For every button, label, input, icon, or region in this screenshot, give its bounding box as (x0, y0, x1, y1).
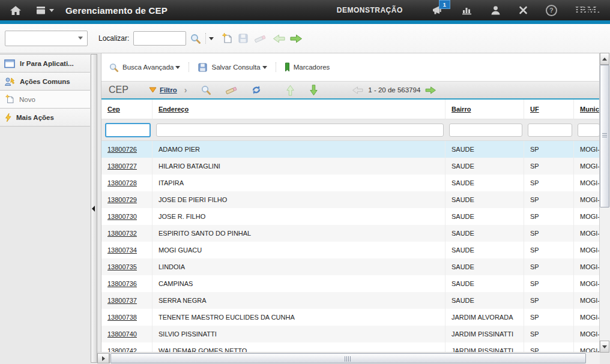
cep-link[interactable]: 13800734 (107, 246, 137, 254)
uf-cell: SP (524, 326, 574, 342)
table-row[interactable]: 13800728 ITAPIRA SAUDE SP MOGI-MI (101, 175, 600, 191)
cep-link[interactable]: 13800735 (107, 263, 137, 270)
quickfind-toolbar: Localizar: (0, 24, 610, 53)
scroll-right-button[interactable] (97, 353, 109, 363)
filter-input-municipio[interactable] (578, 124, 600, 137)
sidebar-item-acoes-comuns[interactable]: Ações Comuns (0, 73, 90, 91)
sidebar-splitter[interactable] (91, 54, 97, 363)
municipio-cell: MOGI-MI (574, 326, 600, 342)
next-page-icon[interactable] (425, 86, 436, 95)
bairro-cell: JARDIM PISSINATTI (445, 342, 524, 353)
column-header-bairro[interactable]: Bairro (445, 100, 524, 119)
cep-link[interactable]: 13800726 (107, 146, 137, 153)
endereco-cell: CAMPINAS (152, 275, 445, 292)
table-row[interactable]: 13800732 ESPIRITO SANTO DO PINHAL SAUDE … (101, 225, 600, 242)
table-row[interactable]: 13800742 WALDEMAR GOMES NETTO JARDIM PIS… (101, 342, 600, 353)
table-row[interactable]: 13800740 SILVIO PISSINATTI JARDIM PISSIN… (101, 326, 600, 342)
previous-page-icon[interactable] (352, 86, 363, 95)
vertical-scrollbar[interactable] (599, 53, 610, 353)
sidebar-item-label: Mais Ações (16, 114, 54, 121)
table-row[interactable]: 13800726 ADAMO PIER SAUDE SP MOGI-MI (101, 141, 600, 158)
new-document-icon (4, 94, 15, 104)
previous-record-icon[interactable] (273, 34, 285, 44)
goto-combobox[interactable] (5, 31, 88, 46)
cep-link[interactable]: 13800727 (107, 163, 137, 170)
refresh-icon[interactable] (251, 85, 262, 95)
filter-input-cep[interactable] (105, 123, 151, 137)
cep-link[interactable]: 13800737 (107, 297, 137, 304)
cep-link[interactable]: 13800738 (107, 314, 137, 321)
bairro-cell: JARDIM PISSINATTI (445, 326, 524, 342)
filter-input-endereco[interactable] (156, 124, 444, 137)
scroll-up-button[interactable] (600, 53, 609, 65)
table-row[interactable]: 13800729 JOSE DE PIERI FILHO SAUDE SP MO… (101, 191, 600, 208)
main-panel: Busca Avançada Salvar Consulta Marcadore… (97, 53, 610, 364)
bairro-cell: JARDIM ALVORADA (445, 309, 524, 326)
scroll-down-button[interactable] (600, 341, 609, 353)
table-row[interactable]: 13800727 HILARIO BATAGLINI SAUDE SP MOGI… (101, 158, 600, 175)
localizar-input[interactable] (133, 31, 186, 46)
clear-filter-icon[interactable] (225, 85, 238, 95)
save-query-label: Salvar Consulta (211, 64, 260, 71)
table-row[interactable]: 13800730 JOSE R. FILHO SAUDE SP MOGI-MI (101, 208, 600, 225)
column-header-uf[interactable]: UF (524, 100, 574, 119)
grid-filter-row (101, 119, 600, 141)
filter-input-bairro[interactable] (449, 124, 522, 137)
column-header-endereco[interactable]: Endereço (152, 100, 445, 119)
bairro-cell: SAUDE (445, 275, 524, 292)
grid-toolbar: CEP Filtro › (101, 81, 600, 100)
table-row[interactable]: 13800735 LINDOIA SAUDE SP MOGI-MI (101, 258, 600, 275)
search-icon[interactable] (201, 85, 211, 95)
advanced-search-button[interactable]: Busca Avançada (109, 62, 174, 73)
home-icon[interactable] (8, 5, 23, 16)
uf-cell: SP (524, 242, 574, 258)
endereco-cell: TENENTE MAESTRO EUCLIDES DA CUNHA (152, 309, 445, 326)
uf-cell: SP (524, 342, 574, 353)
municipio-cell: MOGI-MI (574, 208, 600, 225)
table-row[interactable]: 13800734 MOGI GUACU SAUDE SP MOGI-MI (101, 242, 600, 258)
help-icon[interactable]: ? (546, 5, 557, 16)
endereco-cell: ESPIRITO SANTO DO PINHAL (152, 225, 445, 242)
bookmarks-button[interactable]: Marcadores (285, 62, 330, 72)
previous-row-icon[interactable] (285, 85, 295, 96)
save-icon[interactable] (238, 33, 249, 44)
filter-toggle[interactable]: Filtro (149, 86, 177, 94)
horizontal-scrollbar[interactable] (97, 352, 600, 364)
cep-link[interactable]: 13800730 (107, 213, 137, 220)
separator (189, 62, 189, 72)
cep-link[interactable]: 13800740 (107, 330, 137, 338)
new-record-icon[interactable] (221, 32, 233, 44)
search-options-caret[interactable] (209, 37, 214, 40)
sidebar-item-ir-para-aplicativo[interactable]: Ir Para Aplicati... (0, 54, 90, 73)
reports-icon[interactable] (462, 6, 473, 15)
save-query-caret[interactable] (262, 66, 267, 69)
table-row[interactable]: 13800738 TENENTE MAESTRO EUCLIDES DA CUN… (101, 309, 600, 326)
filter-input-uf[interactable] (528, 124, 572, 137)
profile-icon[interactable] (491, 5, 501, 15)
table-row[interactable]: 13800737 SERRA NEGRA SAUDE SP MOGI-MI (101, 292, 600, 309)
horizontal-scroll-thumb[interactable] (110, 353, 586, 363)
logout-icon[interactable] (519, 6, 528, 14)
next-row-icon[interactable] (309, 85, 319, 96)
sidebar-item-mais-acoes[interactable]: Mais Ações (0, 109, 90, 127)
column-header-municipio[interactable]: Municíp (574, 100, 600, 119)
search-icon[interactable] (190, 33, 201, 44)
cep-link[interactable]: 13800728 (107, 179, 137, 186)
next-record-icon[interactable] (290, 34, 303, 44)
cep-link[interactable]: 13800729 (107, 196, 137, 203)
bookmarks-label: Marcadores (294, 64, 330, 71)
sidebar-item-novo[interactable]: Novo (0, 91, 90, 109)
vertical-scroll-thumb[interactable] (600, 65, 609, 207)
pagination: 1 - 20 de 563794 (352, 86, 436, 95)
app-switcher-icon[interactable] (34, 6, 55, 15)
column-header-cep[interactable]: Cep (101, 100, 152, 119)
cep-link[interactable]: 13800732 (107, 230, 137, 237)
announcements-icon[interactable]: 1 (432, 5, 444, 15)
advanced-search-caret[interactable] (175, 66, 180, 69)
cep-link[interactable]: 13800736 (107, 280, 137, 287)
save-query-button[interactable]: Salvar Consulta (198, 62, 260, 73)
clear-changes-icon[interactable] (253, 33, 267, 44)
collapse-sidebar-icon[interactable] (92, 206, 95, 212)
table-row[interactable]: 13800736 CAMPINAS SAUDE SP MOGI-MI (101, 275, 600, 292)
endereco-cell: ADAMO PIER (152, 141, 445, 158)
